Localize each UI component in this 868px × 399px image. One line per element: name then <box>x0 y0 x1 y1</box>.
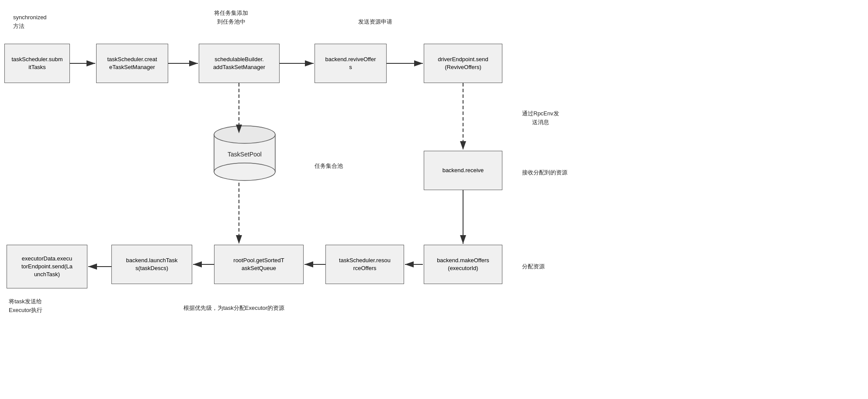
label-send-resource: 发送资源申请 <box>358 17 392 26</box>
label-receive-resource: 接收分配到的资源 <box>522 168 567 177</box>
label-tasksetpool: 任务集合池 <box>315 162 343 170</box>
box-add-tsm: schedulableBuilder.addTaskSetManager <box>199 44 280 83</box>
box-executor-send: executorData.executorEndpoint.send(Launc… <box>7 245 87 288</box>
label-synchronized: synchronized方法 <box>13 13 47 30</box>
label-allocate-resource: 分配资源 <box>522 262 545 271</box>
svg-point-2 <box>214 126 275 143</box>
box-sorted-queue: rootPool.getSortedTaskSetQueue <box>214 245 304 284</box>
svg-text:TaskSetPool: TaskSetPool <box>228 151 262 158</box>
box-submit-tasks: taskScheduler.submitTasks <box>4 44 70 83</box>
box-driver-send: driverEndpoint.send(ReviveOffers) <box>424 44 502 83</box>
label-priority: 根据优先级，为task分配Executor的资源 <box>183 304 284 312</box>
svg-point-1 <box>214 163 275 180</box>
label-rpcenv: 通过RpcEnv发送消息 <box>522 109 559 126</box>
box-make-offers: backend.makeOffers(executorId) <box>424 245 502 284</box>
box-create-tsm: taskScheduler.createTaskSetManager <box>96 44 168 83</box>
diagram-container: synchronized方法 将任务集添加到任务池中 发送资源申请 通过RpcE… <box>0 0 868 399</box>
box-launch-tasks: backend.launchTasks(taskDescs) <box>111 245 192 284</box>
box-resource-offers: taskScheduler.resourceOffers <box>325 245 404 284</box>
label-add-to-pool: 将任务集添加到任务池中 <box>214 9 248 26</box>
box-backend-receive: backend.receive <box>424 151 502 190</box>
label-send-executor: 将task发送给Executor执行 <box>9 297 42 314</box>
cylinder-tasksetpool: TaskSetPool <box>210 122 280 184</box>
box-revive-offers: backend.reviveOffers <box>315 44 387 83</box>
